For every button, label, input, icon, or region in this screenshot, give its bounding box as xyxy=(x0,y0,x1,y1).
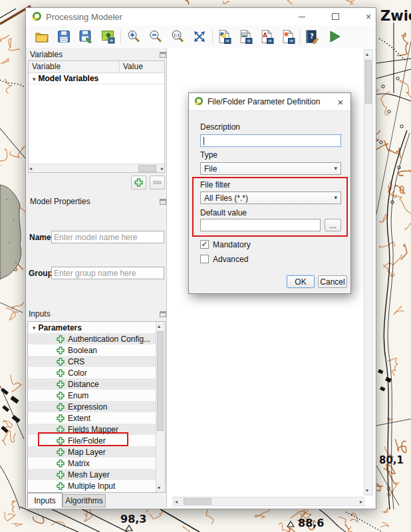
scrollbar-thumb[interactable] xyxy=(138,165,156,172)
zoom-in-button[interactable] xyxy=(124,27,143,46)
inputs-tree-item[interactable]: Map Layer xyxy=(28,446,156,458)
inputs-vscrollbar[interactable]: ▴ ▾ xyxy=(156,322,165,492)
variable-column-header[interactable]: Variable xyxy=(29,61,120,72)
inputs-tree-item[interactable]: Extent xyxy=(28,412,156,424)
scroll-down-icon[interactable]: ▾ xyxy=(366,487,368,493)
model-name-input[interactable] xyxy=(51,231,164,243)
export-as-python-button[interactable] xyxy=(215,27,233,46)
type-label: Type xyxy=(200,150,217,160)
inputs-tree-item[interactable]: Mesh Layer xyxy=(28,469,156,480)
minimize-button[interactable] xyxy=(292,10,312,23)
canvas-vscrollbar[interactable]: ▴ ▾ xyxy=(364,49,373,495)
inputs-tree-item[interactable]: Boolean xyxy=(28,344,156,356)
variables-panel-title: Variables xyxy=(30,50,63,59)
inputs-tree-item[interactable]: Color xyxy=(28,367,156,378)
inputs-tree-item[interactable]: Matrix xyxy=(28,458,156,469)
add-parameter-icon xyxy=(57,448,65,456)
scroll-right-icon[interactable]: ▸ xyxy=(161,166,164,172)
model-group-input[interactable] xyxy=(51,267,164,279)
toolbar-separator xyxy=(300,29,301,44)
float-panel-icon[interactable] xyxy=(160,311,166,317)
add-parameter-icon xyxy=(57,380,65,388)
inputs-panel-title: Inputs xyxy=(29,309,51,319)
tab-algorithms[interactable]: Algorithms xyxy=(63,494,106,507)
expander-icon[interactable]: ▾ xyxy=(33,325,36,331)
add-parameter-icon xyxy=(57,346,65,354)
zoom-actual-button[interactable]: 1:1 xyxy=(168,27,187,46)
scrollbar-thumb[interactable] xyxy=(365,60,372,104)
svg-text:1:1: 1:1 xyxy=(174,33,180,37)
python-script-icon xyxy=(216,29,232,45)
float-panel-icon[interactable] xyxy=(160,199,166,205)
parameters-root[interactable]: ▾ Parameters xyxy=(28,322,156,333)
inputs-tree-item[interactable]: Multiple Input xyxy=(28,480,156,491)
text-caret xyxy=(204,137,204,145)
minus-icon xyxy=(153,178,162,187)
map-label-elev-88: 88,6 xyxy=(298,517,324,529)
save-model-in-project-button[interactable] xyxy=(98,27,117,46)
zoom-full-button[interactable] xyxy=(190,27,209,46)
image-file-icon xyxy=(237,29,253,45)
open-folder-icon xyxy=(34,29,50,45)
close-button[interactable]: × xyxy=(358,10,378,23)
scroll-left-icon[interactable]: ◂ xyxy=(29,166,32,172)
export-as-svg-button[interactable] xyxy=(279,27,297,46)
qgis-logo-icon xyxy=(31,11,43,23)
inputs-tree-item[interactable]: CRS xyxy=(28,356,156,367)
inputs-tree-item[interactable]: Distance xyxy=(28,378,156,390)
add-parameter-icon xyxy=(57,482,65,490)
tab-inputs[interactable]: Inputs xyxy=(27,493,63,507)
scrollbar-thumb[interactable] xyxy=(157,331,164,431)
variables-hscrollbar[interactable]: ◂ ▸ xyxy=(29,164,164,172)
save-model-button[interactable] xyxy=(55,27,73,46)
open-model-button[interactable] xyxy=(33,27,51,46)
scrollbar-thumb[interactable] xyxy=(184,498,211,505)
scroll-up-icon[interactable]: ▴ xyxy=(366,51,368,57)
group-label: Group xyxy=(29,269,53,278)
value-column-header[interactable]: Value xyxy=(120,61,164,72)
scroll-left-icon[interactable]: ◂ xyxy=(175,499,178,505)
export-as-image-button[interactable] xyxy=(236,27,255,46)
toolbar: 1:1 xyxy=(26,25,376,48)
zoom-out-button[interactable] xyxy=(146,27,165,46)
add-parameter-icon xyxy=(57,460,65,467)
advanced-checkbox[interactable] xyxy=(200,255,209,263)
svg-text:A: A xyxy=(263,32,267,39)
inputs-tree-item[interactable]: Authentication Config... xyxy=(28,333,156,344)
expander-icon[interactable]: ▾ xyxy=(33,76,36,82)
scroll-down-icon[interactable]: ▾ xyxy=(158,485,160,491)
cancel-button[interactable]: Cancel xyxy=(318,275,347,288)
toolbar-separator xyxy=(212,29,213,44)
qgis-logo-icon xyxy=(194,96,204,107)
plus-icon xyxy=(134,178,143,187)
map-label-elev-80: 80,1 xyxy=(379,454,404,466)
add-variable-button[interactable] xyxy=(131,176,146,190)
export-as-pdf-button[interactable]: A xyxy=(257,27,276,46)
model-variables-root[interactable]: ▾Model Variables xyxy=(29,73,164,84)
inputs-tree-item[interactable]: Enum xyxy=(28,390,156,401)
model-properties-title: Model Properties xyxy=(30,197,90,206)
zoom-in-icon xyxy=(126,29,142,45)
edit-model-help-button[interactable]: ? xyxy=(303,27,321,46)
mandatory-checkbox[interactable]: ✓ xyxy=(200,240,209,249)
type-dropdown[interactable]: File ▾ xyxy=(200,162,341,175)
dialog-titlebar: File/Folder Parameter Definition × xyxy=(189,93,350,111)
ok-button[interactable]: OK xyxy=(287,275,315,288)
help-book-icon: ? xyxy=(304,29,320,45)
add-parameter-icon xyxy=(57,369,65,377)
dialog-close-icon[interactable]: × xyxy=(333,95,348,108)
file-folder-parameter-dialog: File/Folder Parameter Definition × Descr… xyxy=(188,92,351,294)
toolbar-separator xyxy=(120,29,121,44)
map-label-elev-98: 98,3 xyxy=(120,513,146,525)
scroll-up-icon[interactable]: ▴ xyxy=(158,323,160,329)
scroll-right-icon[interactable]: ▸ xyxy=(360,499,362,505)
inputs-tree-item[interactable]: Expression xyxy=(28,401,156,412)
save-model-as-button[interactable] xyxy=(76,27,95,46)
description-label: Description xyxy=(200,122,240,132)
canvas-hscrollbar[interactable]: ◂ ▸ xyxy=(173,497,364,506)
remove-variable-button[interactable] xyxy=(150,176,165,190)
float-panel-icon[interactable] xyxy=(160,52,166,58)
maximize-button[interactable] xyxy=(325,10,345,23)
description-input[interactable] xyxy=(200,134,341,147)
run-model-button[interactable] xyxy=(325,27,344,46)
